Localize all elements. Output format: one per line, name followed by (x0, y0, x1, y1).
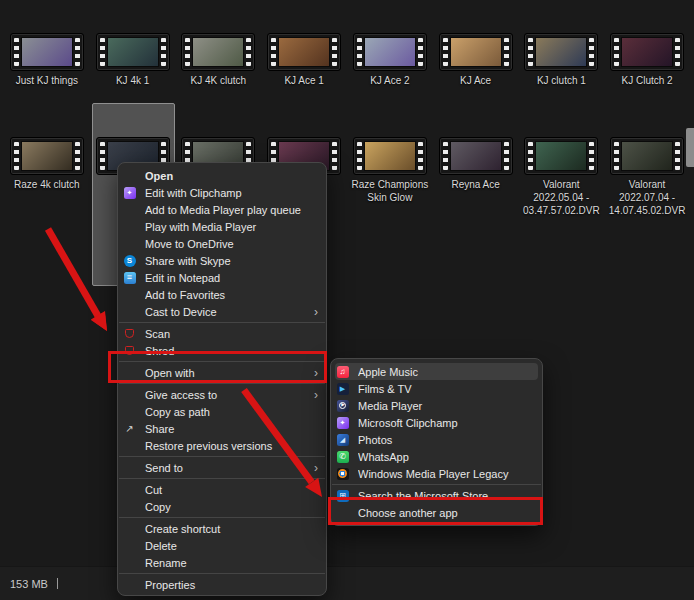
clipchamp-icon (337, 417, 349, 429)
menu-item-label: Move to OneDrive (145, 238, 318, 250)
menu-item-label: Delete (145, 540, 318, 552)
video-filmstrip-thumbnail (439, 33, 513, 71)
menu-item-icon-slot (123, 422, 136, 435)
notepad-icon (124, 272, 136, 284)
thumbnail-image (621, 37, 673, 67)
file-name-label: KJ Ace 1 (284, 74, 323, 87)
menu-item-label: Add to Favorites (145, 289, 318, 301)
file-name-label: Reyna Ace (451, 178, 499, 191)
menu-item-label: Give access to (145, 389, 308, 401)
clipchamp-icon (124, 187, 136, 199)
video-filmstrip-thumbnail (610, 33, 684, 71)
menu-item-label: Play with Media Player (145, 221, 318, 233)
menu-item-edit-in-notepad[interactable]: Edit in Notepad (118, 269, 326, 286)
file-item-kj-ace-1[interactable]: KJ Ace 1 (261, 33, 347, 87)
file-name-label: KJ 4K clutch (191, 74, 247, 87)
menu-item-icon-slot (123, 254, 136, 267)
file-name-label: Valorant 2022.05.04 - 03.47.57.02.DVR (519, 178, 603, 217)
file-name-label: KJ Clutch 2 (622, 74, 673, 87)
menu-item-label: Apple Music (358, 366, 534, 378)
file-name-label: KJ Ace (460, 74, 491, 87)
video-filmstrip-thumbnail (524, 33, 598, 71)
file-name-label: Raze 4k clutch (14, 178, 80, 191)
menu-separator (332, 484, 541, 485)
menu-item-icon-slot (123, 405, 136, 418)
file-item-kj-clutch-2[interactable]: KJ Clutch 2 (604, 33, 690, 87)
menu-item-edit-with-clipchamp[interactable]: Edit with Clipchamp (118, 184, 326, 201)
menu-item-label: Media Player (358, 400, 534, 412)
wmp-legacy-icon (337, 468, 349, 480)
menu-item-move-to-onedrive[interactable]: Move to OneDrive (118, 235, 326, 252)
menu-item-play-with-media-player[interactable]: Play with Media Player (118, 218, 326, 235)
file-item-just-kj-things[interactable]: Just KJ things (4, 33, 90, 87)
menu-item-label: Restore previous versions (145, 440, 318, 452)
annotation-box-choose-another-app (328, 497, 543, 525)
menu-item-share-with-skype[interactable]: Share with Skype (118, 252, 326, 269)
thumbnail-image (621, 141, 673, 171)
video-filmstrip-thumbnail (524, 137, 598, 175)
menu-item-give-access-to[interactable]: Give access to› (118, 386, 326, 403)
menu-item-copy-as-path[interactable]: Copy as path (118, 403, 326, 420)
menu-item-label: Share (145, 423, 318, 435)
thumbnail-row-1: Just KJ thingsKJ 4k 1KJ 4K clutchKJ Ace … (4, 33, 690, 87)
file-item-kj-4k-clutch[interactable]: KJ 4K clutch (176, 33, 262, 87)
menu-item-open[interactable]: Open (118, 167, 326, 184)
menu-item-icon-slot (123, 271, 136, 284)
open-with-item-photos[interactable]: Photos (331, 431, 542, 448)
menu-item-create-shortcut[interactable]: Create shortcut (118, 520, 326, 537)
file-item-reyna-ace[interactable]: Reyna Ace (433, 137, 519, 217)
chevron-right-icon: › (314, 305, 318, 319)
whatsapp-icon (337, 451, 349, 463)
menu-item-label: Photos (358, 434, 534, 446)
menu-item-send-to[interactable]: Send to› (118, 459, 326, 476)
menu-item-icon-slot (123, 220, 136, 233)
menu-separator (119, 517, 325, 518)
menu-separator (119, 456, 325, 457)
menu-item-label: Scan (145, 328, 318, 340)
file-item-kj-clutch-1[interactable]: KJ clutch 1 (519, 33, 605, 87)
file-item-kj-ace-2[interactable]: KJ Ace 2 (347, 33, 433, 87)
menu-item-icon-slot (123, 483, 136, 496)
open-with-item-microsoft-clipchamp[interactable]: Microsoft Clipchamp (331, 414, 542, 431)
menu-item-share[interactable]: Share (118, 420, 326, 437)
menu-item-add-to-favorites[interactable]: Add to Favorites (118, 286, 326, 303)
open-with-item-apple-music[interactable]: Apple Music (335, 363, 538, 380)
open-with-item-media-player[interactable]: Media Player (331, 397, 542, 414)
thumbnail-image (450, 37, 502, 67)
menu-item-cut[interactable]: Cut (118, 481, 326, 498)
thumbnail-image (535, 141, 587, 171)
menu-item-copy[interactable]: Copy (118, 498, 326, 515)
video-filmstrip-thumbnail (439, 137, 513, 175)
file-item-raze-champions-skin-glow[interactable]: Raze Champions Skin Glow (347, 137, 433, 217)
menu-item-restore-previous-versions[interactable]: Restore previous versions (118, 437, 326, 454)
menu-item-scan[interactable]: Scan (118, 325, 326, 342)
file-item-kj-4k-1[interactable]: KJ 4k 1 (90, 33, 176, 87)
photos-icon (337, 434, 349, 446)
menu-item-rename[interactable]: Rename (118, 554, 326, 571)
partial-offscreen-item (686, 128, 694, 167)
thumbnail-image (21, 37, 73, 67)
menu-item-properties[interactable]: Properties (118, 576, 326, 593)
file-name-label: KJ 4k 1 (116, 74, 149, 87)
file-item-kj-ace[interactable]: KJ Ace (433, 33, 519, 87)
file-item-valorant-2022-05-04-03-47-57-02-dvr[interactable]: Valorant 2022.05.04 - 03.47.57.02.DVR (519, 137, 605, 217)
menu-item-add-to-media-player-play-queue[interactable]: Add to Media Player play queue (118, 201, 326, 218)
thumbnail-image (364, 37, 416, 67)
menu-item-icon-slot (336, 365, 349, 378)
status-bar: 153 MB (0, 566, 694, 600)
menu-item-cast-to-device[interactable]: Cast to Device› (118, 303, 326, 320)
open-with-item-windows-media-player-legacy[interactable]: Windows Media Player Legacy (331, 465, 542, 482)
menu-item-label: Add to Media Player play queue (145, 204, 318, 216)
file-item-valorant-2022-07-04-14-07-45-02-dvr[interactable]: Valorant 2022.07.04 - 14.07.45.02.DVR (604, 137, 690, 217)
video-filmstrip-thumbnail (267, 33, 341, 71)
menu-item-icon-slot (336, 382, 349, 395)
open-with-item-films-tv[interactable]: Films & TV (331, 380, 542, 397)
menu-item-label: Edit in Notepad (145, 272, 318, 284)
open-with-item-whatsapp[interactable]: WhatsApp (331, 448, 542, 465)
menu-separator (119, 478, 325, 479)
menu-item-icon-slot (123, 461, 136, 474)
thumbnail-row-2: Raze 4k clutchRaze Champions Skin GlowRe… (4, 137, 690, 217)
menu-item-icon-slot (123, 578, 136, 591)
file-item-raze-4k-clutch[interactable]: Raze 4k clutch (4, 137, 90, 217)
menu-item-delete[interactable]: Delete (118, 537, 326, 554)
